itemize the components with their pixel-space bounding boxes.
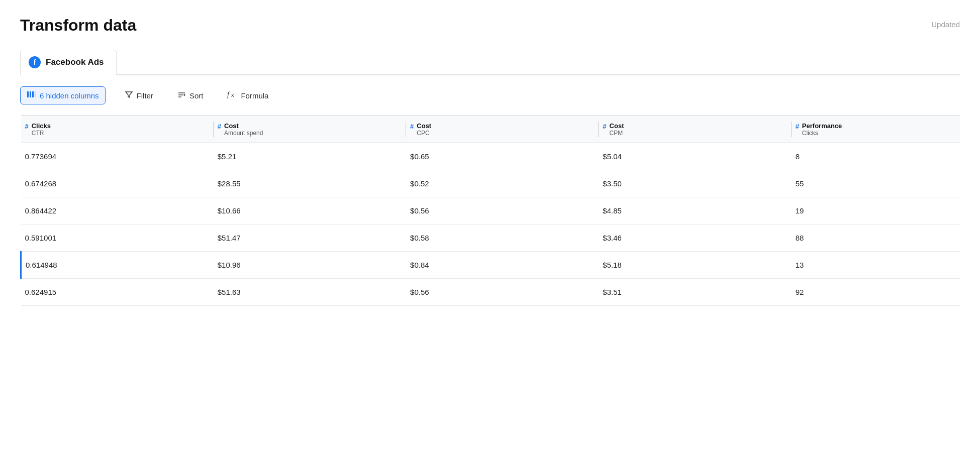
col-header-perf-clicks[interactable]: # Performance Clicks: [792, 116, 960, 143]
col-sub-5: Clicks: [802, 130, 842, 137]
cell-perf-clicks: 13: [792, 252, 960, 279]
col-sub-3: CPC: [417, 130, 431, 137]
cell-amount-spend: $10.96: [214, 252, 406, 279]
col-hash-4: #: [603, 123, 606, 130]
table-row: 0.674268$28.55$0.52$3.5055: [21, 170, 960, 197]
cell-cpm: $3.51: [599, 279, 791, 306]
table-row: 0.624915$51.63$0.56$3.5192: [21, 279, 960, 306]
formula-button[interactable]: f x Formula: [222, 87, 273, 104]
cell-ctr: 0.674268: [21, 170, 214, 197]
filter-label: Filter: [137, 91, 153, 100]
page-wrapper: Transform data Updated f Facebook Ads 6 …: [0, 0, 980, 453]
col-main-4: Cost: [610, 122, 624, 130]
sort-button[interactable]: Sort: [172, 87, 209, 104]
tab-facebook-ads[interactable]: f Facebook Ads: [20, 50, 117, 75]
col-hash-5: #: [796, 123, 799, 130]
svg-rect-0: [27, 91, 29, 97]
cell-perf-clicks: 92: [792, 279, 960, 306]
cell-cpm: $5.18: [599, 252, 791, 279]
page-title: Transform data: [20, 16, 136, 35]
hidden-columns-button[interactable]: 6 hidden columns: [20, 86, 106, 104]
cell-perf-clicks: 19: [792, 197, 960, 224]
columns-icon: [27, 90, 36, 101]
cell-amount-spend: $51.47: [214, 224, 406, 252]
sort-label: Sort: [189, 91, 204, 100]
cell-ctr: 0.591001: [21, 224, 214, 252]
formula-label: Formula: [241, 91, 268, 100]
col-main-1: Clicks: [32, 122, 51, 130]
cell-perf-clicks: 55: [792, 170, 960, 197]
col-sub-1: CTR: [32, 130, 51, 137]
cell-amount-spend: $5.21: [214, 143, 406, 170]
cell-cpm: $3.46: [599, 224, 791, 252]
table-body: 0.773694$5.21$0.65$5.0480.674268$28.55$0…: [21, 143, 960, 306]
col-header-amount-spend[interactable]: # Cost Amount spend: [214, 116, 406, 143]
cell-amount-spend: $10.66: [214, 197, 406, 224]
svg-rect-3: [35, 91, 36, 97]
cell-ctr: 0.773694: [21, 143, 214, 170]
tab-label: Facebook Ads: [46, 57, 104, 67]
col-header-cpm[interactable]: # Cost CPM: [599, 116, 791, 143]
col-sub-2: Amount spend: [224, 130, 263, 137]
cell-cpc: $0.65: [406, 143, 599, 170]
col-main-5: Performance: [802, 122, 842, 130]
hidden-columns-label: 6 hidden columns: [40, 91, 99, 100]
col-hash-1: #: [25, 123, 29, 130]
svg-text:x: x: [231, 92, 234, 98]
col-sub-4: CPM: [610, 130, 624, 137]
table-header-row: # Clicks CTR # Cost Amount spend: [21, 116, 960, 143]
cell-perf-clicks: 8: [792, 143, 960, 170]
col-hash-3: #: [410, 123, 414, 130]
cell-perf-clicks: 88: [792, 224, 960, 252]
cell-cpc: $0.52: [406, 170, 599, 197]
filter-icon: [125, 90, 133, 101]
col-hash-2: #: [218, 123, 221, 130]
cell-amount-spend: $51.63: [214, 279, 406, 306]
col-main-3: Cost: [417, 122, 431, 130]
cell-amount-spend: $28.55: [214, 170, 406, 197]
data-table: # Clicks CTR # Cost Amount spend: [20, 116, 960, 306]
cell-ctr: 0.614948: [21, 252, 214, 279]
page-header: Transform data Updated: [20, 16, 960, 35]
cell-cpm: $5.04: [599, 143, 791, 170]
table-row: 0.773694$5.21$0.65$5.048: [21, 143, 960, 170]
col-header-ctr[interactable]: # Clicks CTR: [21, 116, 214, 143]
col-header-cpc[interactable]: # Cost CPC: [406, 116, 599, 143]
svg-text:f: f: [227, 91, 230, 98]
svg-rect-1: [30, 91, 31, 97]
cell-cpc: $0.56: [406, 279, 599, 306]
cell-cpm: $4.85: [599, 197, 791, 224]
svg-rect-2: [32, 91, 34, 97]
filter-button[interactable]: Filter: [120, 87, 158, 104]
facebook-icon: f: [29, 56, 41, 68]
table-row: 0.864422$10.66$0.56$4.8519: [21, 197, 960, 224]
col-main-2: Cost: [224, 122, 263, 130]
table-row: 0.591001$51.47$0.58$3.4688: [21, 224, 960, 252]
table-row: 0.614948$10.96$0.84$5.1813: [21, 252, 960, 279]
cell-cpm: $3.50: [599, 170, 791, 197]
cell-ctr: 0.624915: [21, 279, 214, 306]
cell-ctr: 0.864422: [21, 197, 214, 224]
toolbar: 6 hidden columns Filter Sort: [20, 84, 960, 106]
cell-cpc: $0.84: [406, 252, 599, 279]
cell-cpc: $0.58: [406, 224, 599, 252]
cell-cpc: $0.56: [406, 197, 599, 224]
formula-icon: f x: [227, 90, 237, 101]
sort-icon: [177, 90, 186, 101]
tabs-container: f Facebook Ads: [20, 49, 960, 75]
updated-status: Updated: [931, 20, 960, 29]
